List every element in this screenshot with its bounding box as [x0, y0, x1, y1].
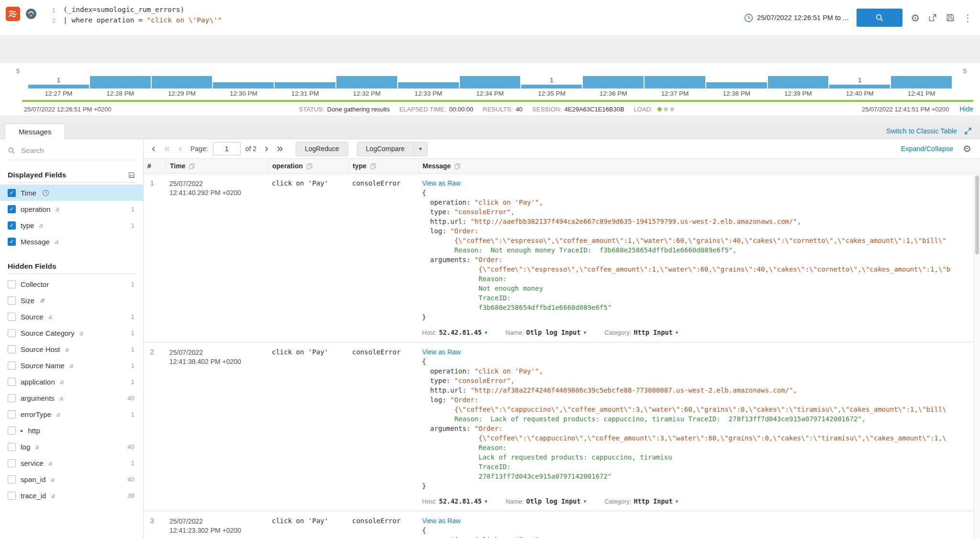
- first-page-icon[interactable]: «: [162, 143, 172, 154]
- time-range-bar[interactable]: [22, 100, 973, 102]
- logcompare-button[interactable]: LogCompare: [357, 142, 413, 156]
- logreduce-button[interactable]: LogReduce: [296, 142, 348, 156]
- scrollbar-thumb[interactable]: [975, 176, 979, 254]
- histogram-bar[interactable]: [275, 82, 335, 88]
- vertical-scrollbar[interactable]: [974, 174, 980, 538]
- copy-icon[interactable]: [455, 163, 460, 169]
- field-checkbox[interactable]: [8, 443, 16, 451]
- field-row-operation[interactable]: ✓operationa1: [0, 201, 143, 217]
- logcompare-dropdown-icon[interactable]: ▾: [413, 142, 428, 156]
- table-settings-gear-icon[interactable]: ⚙: [963, 144, 971, 154]
- copy-icon[interactable]: [189, 163, 195, 169]
- fullscreen-expand-icon[interactable]: [964, 127, 972, 135]
- field-checkbox[interactable]: [8, 362, 16, 370]
- histogram-bar[interactable]: [583, 76, 644, 88]
- field-checkbox[interactable]: [8, 475, 16, 483]
- hide-histogram-link[interactable]: Hide: [959, 105, 973, 113]
- histogram-bar[interactable]: [521, 85, 582, 88]
- field-row-source-category[interactable]: Source Categorya1: [0, 325, 143, 341]
- histogram-bar[interactable]: [706, 82, 767, 88]
- previous-page-icon[interactable]: ‹: [175, 143, 186, 154]
- field-row-service[interactable]: servicea1: [0, 455, 143, 471]
- settings-gear-icon[interactable]: ⚙: [911, 13, 920, 23]
- save-icon[interactable]: [946, 13, 955, 22]
- field-checkbox[interactable]: [8, 394, 16, 402]
- meta-category-dropdown[interactable]: Category:Http Input▾: [604, 329, 678, 336]
- meta-host-dropdown[interactable]: Host:52.42.81.45▾: [422, 497, 487, 505]
- view-as-raw-link[interactable]: View as Raw: [422, 517, 461, 525]
- tree-expand-icon[interactable]: ▸: [21, 428, 23, 434]
- tab-messages[interactable]: Messages: [5, 123, 65, 139]
- query-assistant-icon[interactable]: [25, 8, 37, 22]
- field-row-source-name[interactable]: Source Namea1: [0, 357, 143, 373]
- histogram-bar[interactable]: [213, 82, 274, 88]
- copy-icon[interactable]: [370, 163, 376, 169]
- field-checkbox[interactable]: ✓: [8, 238, 16, 246]
- field-checkbox[interactable]: [8, 280, 16, 288]
- query-editor[interactable]: 1(_index=sumologic_rum_errors)2| where o…: [47, 5, 222, 26]
- field-row-time[interactable]: ✓Time: [0, 185, 143, 201]
- histogram-bar[interactable]: [336, 76, 397, 88]
- meta-name-dropdown[interactable]: Name:Otlp log Input▾: [505, 497, 586, 505]
- time-range-selector[interactable]: 25/07/2022 12:26:51 PM to ...: [744, 13, 848, 22]
- field-row-span-id[interactable]: span_ida40: [0, 471, 143, 487]
- view-as-raw-link[interactable]: View as Raw: [422, 179, 461, 187]
- field-row-size[interactable]: Size#: [0, 292, 143, 308]
- column-header-num[interactable]: #: [144, 159, 166, 173]
- field-checkbox[interactable]: [8, 329, 16, 337]
- field-checkbox[interactable]: ✓: [8, 189, 16, 197]
- histogram-bar[interactable]: [645, 76, 705, 88]
- save-fields-icon[interactable]: [128, 171, 135, 179]
- field-checkbox[interactable]: [8, 296, 16, 305]
- field-checkbox[interactable]: [8, 410, 16, 418]
- meta-category-dropdown[interactable]: Category:Http Input▾: [604, 497, 678, 505]
- field-checkbox[interactable]: [8, 345, 16, 353]
- field-checkbox[interactable]: [8, 492, 16, 500]
- histogram-bar[interactable]: [829, 85, 890, 88]
- field-row-arguments[interactable]: argumentsa40: [0, 390, 143, 406]
- column-header-type[interactable]: type: [348, 159, 418, 173]
- histogram-bar[interactable]: [90, 76, 151, 88]
- field-checkbox[interactable]: [8, 427, 16, 435]
- field-checkbox[interactable]: ✓: [8, 205, 16, 213]
- histogram-bar[interactable]: [152, 76, 212, 88]
- share-icon[interactable]: [928, 13, 937, 22]
- field-checkbox[interactable]: ✓: [8, 221, 16, 230]
- field-checkbox[interactable]: [8, 459, 16, 467]
- field-checkbox[interactable]: [8, 378, 16, 386]
- column-header-time[interactable]: Time: [166, 159, 268, 173]
- field-row-log[interactable]: loga40: [0, 439, 143, 455]
- expand-collapse-link[interactable]: Expand/Collapse: [901, 145, 953, 153]
- field-row-source[interactable]: Sourcea1: [0, 308, 143, 325]
- histogram-bar[interactable]: [460, 76, 521, 88]
- histogram-bar[interactable]: [28, 85, 89, 88]
- next-page-icon[interactable]: ›: [261, 143, 272, 154]
- view-as-raw-link[interactable]: View as Raw: [422, 348, 461, 356]
- histogram-bar[interactable]: [768, 76, 829, 88]
- field-row-http[interactable]: ▸http: [0, 422, 143, 439]
- copy-icon[interactable]: [307, 163, 312, 169]
- query-text[interactable]: (_index=sumologic_rum_errors): [63, 5, 184, 15]
- field-checkbox[interactable]: [8, 313, 16, 321]
- page-number-input[interactable]: [213, 142, 241, 155]
- switch-to-classic-link[interactable]: Switch to Classic Table: [886, 127, 957, 135]
- column-header-message[interactable]: Message: [418, 159, 980, 173]
- field-row-trace-id[interactable]: trace_ida39: [0, 487, 143, 504]
- field-row-collector[interactable]: Collector1: [0, 276, 143, 292]
- field-row-message[interactable]: ✓Messagea: [0, 233, 143, 250]
- meta-host-dropdown[interactable]: Host:52.42.81.45▾: [422, 329, 487, 336]
- field-row-source-host[interactable]: Source Hosta1: [0, 341, 143, 357]
- histogram-bar[interactable]: [891, 76, 952, 88]
- back-arrow-icon[interactable]: ‹: [148, 143, 159, 154]
- query-text[interactable]: | where operation = "click on \'Pay\'": [63, 15, 222, 26]
- column-header-operation[interactable]: operation: [268, 159, 348, 173]
- field-row-type[interactable]: ✓typea1: [0, 217, 143, 233]
- histogram-bar[interactable]: [398, 82, 459, 88]
- field-row-application[interactable]: applicationa1: [0, 373, 143, 390]
- start-search-button[interactable]: [857, 9, 902, 27]
- fields-search[interactable]: [8, 146, 135, 160]
- fields-search-input[interactable]: [20, 146, 135, 155]
- meta-name-dropdown[interactable]: Name:Otlp log Input▾: [505, 329, 586, 336]
- last-page-icon[interactable]: »: [275, 143, 285, 154]
- field-row-errortype[interactable]: errorTypea1: [0, 406, 143, 422]
